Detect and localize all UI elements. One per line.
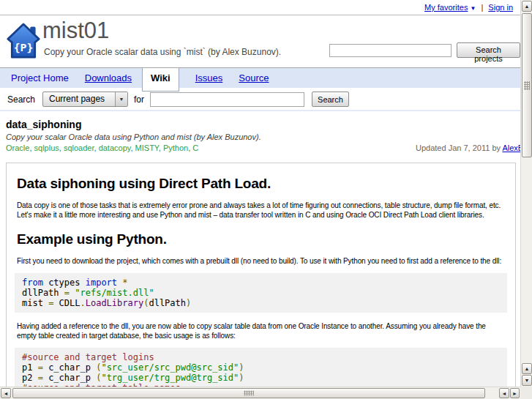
account-links: My favorites ▼ | Sign in bbox=[424, 3, 513, 12]
project-title: mist01 bbox=[42, 18, 109, 44]
horizontal-scrollbar[interactable]: ◄ ◄ ► bbox=[0, 387, 520, 399]
tab-strip: Project HomeDownloadsWikiIssuesSource bbox=[0, 67, 520, 88]
tab-source[interactable]: Source bbox=[239, 68, 269, 88]
svg-text:{P}: {P} bbox=[14, 41, 34, 53]
wiki-label-link[interactable]: MISTY bbox=[135, 143, 159, 152]
search-scope-value: Current pages bbox=[43, 92, 115, 106]
updated-by-link[interactable]: AlexBuzunov bbox=[502, 143, 520, 152]
vertical-scrollbar[interactable]: ▲ ▲ ▼ bbox=[520, 0, 532, 387]
article-paragraph-2: First you need to download the project, … bbox=[17, 256, 507, 266]
updated-text: Updated Jan 7, 2011 by bbox=[416, 143, 501, 152]
horizontal-scroll-thumb[interactable] bbox=[12, 388, 485, 398]
article-heading-2: Example using Python. bbox=[17, 231, 507, 247]
scroll-up-icon[interactable]: ▲ bbox=[522, 1, 532, 12]
scroll-up-icon[interactable]: ▲ bbox=[522, 363, 532, 374]
wiki-label-link[interactable]: Oracle bbox=[6, 143, 29, 152]
article-paragraph-1: Data copy is one of those tasks that is … bbox=[17, 201, 507, 220]
wiki-search-input[interactable] bbox=[150, 92, 304, 107]
wiki-search-bar: Search Current pages ▼ for Search bbox=[0, 88, 520, 111]
scroll-down-icon[interactable]: ▼ bbox=[522, 375, 532, 386]
scrollbar-corner bbox=[520, 387, 532, 399]
page-title: data_siphoning bbox=[6, 119, 81, 130]
tab-project-home[interactable]: Project Home bbox=[11, 68, 69, 88]
search-projects-button[interactable]: Search projects bbox=[457, 42, 520, 58]
thumb-grip bbox=[524, 81, 530, 90]
project-logo-icon: {P} bbox=[6, 22, 41, 60]
page-summary: Copy your scalar Oracle data using Pytho… bbox=[6, 133, 261, 141]
vertical-scroll-thumb[interactable] bbox=[522, 13, 532, 157]
scroll-left-icon[interactable]: ◄ bbox=[1, 388, 11, 398]
sign-in-link[interactable]: Sign in bbox=[488, 3, 513, 12]
tab-downloads[interactable]: Downloads bbox=[85, 68, 132, 88]
labels-row: Oracle, sqlplus, sqloader, datacopy, MIS… bbox=[6, 143, 198, 152]
wiki-article: Data siphoning using Direct Path Load. D… bbox=[6, 163, 516, 387]
chevron-down-icon[interactable]: ▼ bbox=[470, 5, 476, 12]
search-scope-select[interactable]: Current pages ▼ bbox=[42, 92, 128, 107]
code-block-python-import: from ctypes import * dllPath = "refs/mis… bbox=[15, 273, 507, 313]
projects-search-input[interactable] bbox=[329, 44, 452, 57]
updated-info: Updated Jan 7, 2011 by AlexBuzunov bbox=[416, 143, 520, 152]
project-summary: Copy your Oracle scalar data using `mist… bbox=[44, 47, 281, 57]
scroll-right-icon[interactable]: ► bbox=[510, 388, 520, 398]
wiki-label-link[interactable]: C bbox=[192, 143, 198, 152]
wiki-label-link[interactable]: sqloader bbox=[64, 143, 94, 152]
code-block-usage: #source and target logins p1 = c_char_p … bbox=[15, 348, 507, 387]
tab-issues[interactable]: Issues bbox=[195, 68, 223, 88]
wiki-search-button[interactable]: Search bbox=[312, 92, 349, 107]
wiki-label-link[interactable]: sqlplus bbox=[34, 143, 59, 152]
page-viewport: My favorites ▼ | Sign in {P} mist01 Copy… bbox=[0, 0, 520, 387]
wiki-label-link[interactable]: datacopy bbox=[99, 143, 131, 152]
search-label: Search bbox=[7, 94, 35, 105]
tab-wiki[interactable]: Wiki bbox=[142, 68, 179, 92]
my-favorites-link[interactable]: My favorites bbox=[424, 3, 468, 12]
thumb-grip bbox=[244, 391, 254, 396]
scroll-left-icon[interactable]: ◄ bbox=[499, 388, 509, 398]
top-divider bbox=[0, 15, 520, 15]
article-heading-1: Data siphoning using Direct Path Load. bbox=[17, 176, 507, 192]
section-divider bbox=[0, 110, 520, 111]
links-separator: | bbox=[481, 3, 483, 12]
wiki-label-link[interactable]: Python bbox=[163, 143, 188, 152]
for-label: for bbox=[134, 94, 144, 105]
chevron-down-icon[interactable]: ▼ bbox=[115, 92, 127, 106]
article-paragraph-3: Having added a reference to the dll, you… bbox=[17, 321, 507, 340]
